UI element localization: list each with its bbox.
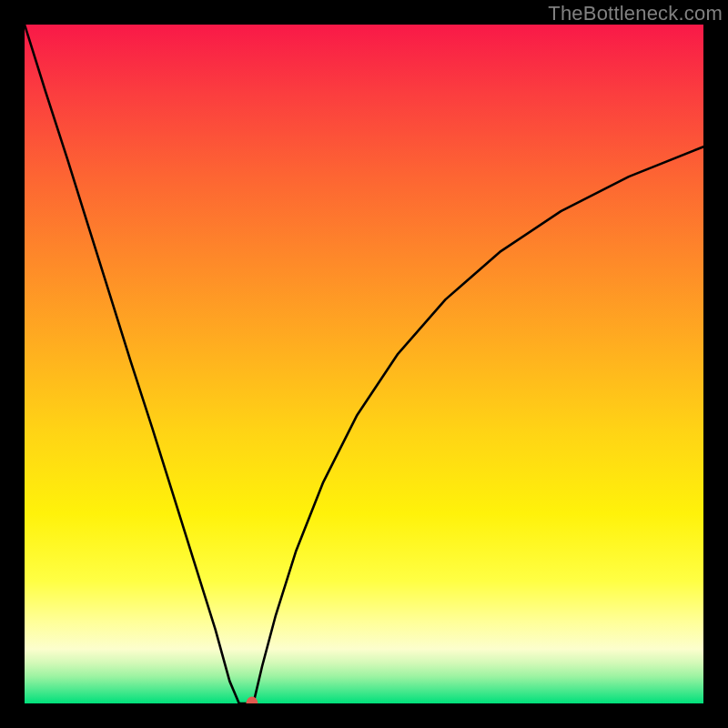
series-left-branch [25, 25, 239, 703]
chart-series-group [25, 25, 703, 703]
series-right-branch [253, 147, 703, 703]
chart-frame: TheBottleneck.com [0, 0, 728, 728]
watermark-text: TheBottleneck.com [548, 2, 723, 25]
chart-curve-svg [25, 25, 703, 703]
chart-marker [246, 697, 258, 704]
chart-plot-area [25, 25, 703, 703]
